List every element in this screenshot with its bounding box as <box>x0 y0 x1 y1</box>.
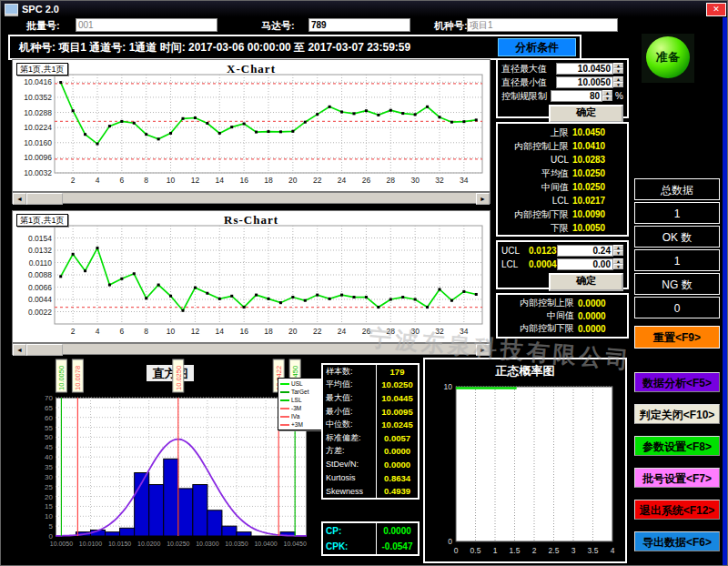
stats-label: CPK: <box>323 539 377 554</box>
batch-input[interactable] <box>76 18 217 32</box>
scrollbar-thumb[interactable] <box>26 344 63 356</box>
param-value: 10.0217 <box>572 196 623 206</box>
value-spinner[interactable]: 0.24▲▼ <box>557 245 623 257</box>
svg-text:10.0288: 10.0288 <box>24 108 52 117</box>
svg-text:22: 22 <box>313 327 322 336</box>
svg-text:0: 0 <box>454 546 459 555</box>
spinner-buttons[interactable]: ▲▼ <box>613 245 623 257</box>
svg-text:2: 2 <box>71 176 76 185</box>
x-chart-title: X-Chart <box>13 62 490 76</box>
machine-input[interactable] <box>467 18 618 32</box>
svg-text:65: 65 <box>45 404 53 412</box>
svg-text:10.0078: 10.0078 <box>74 366 82 390</box>
svg-text:34: 34 <box>460 176 469 185</box>
analysis-condition-button[interactable]: 分析条件 <box>498 38 576 56</box>
spinner-value[interactable]: 80 <box>551 90 602 102</box>
stats-label: Kurtosis <box>323 471 377 485</box>
rs-chart-panel: 0.01540.01320.01100.00880.00660.00440.00… <box>12 210 490 343</box>
action-button[interactable]: 批号设置<F7> <box>634 468 720 488</box>
svg-text:30: 30 <box>45 473 53 481</box>
stats-value: 10.0245 <box>377 419 418 430</box>
scroll-left-icon[interactable]: ◄ <box>13 193 26 205</box>
svg-text:20: 20 <box>45 493 53 501</box>
param-row: 控制规限制80▲▼% <box>501 89 623 103</box>
window-edge-strip <box>723 17 727 565</box>
scroll-left-icon[interactable]: ◄ <box>13 344 26 356</box>
spinner-down-icon[interactable]: ▼ <box>613 264 623 269</box>
ready-button[interactable]: 准备 <box>646 36 690 78</box>
scroll-right-icon[interactable]: ► <box>476 193 490 205</box>
spinner-down-icon[interactable]: ▼ <box>602 96 612 101</box>
rs-chart-title: Rs-Chart <box>13 213 490 227</box>
machine-label: 机种号: <box>434 19 468 33</box>
batch-label: 批量号: <box>26 19 60 33</box>
value-spinner[interactable]: 10.0050▲▼ <box>556 76 623 88</box>
svg-text:32: 32 <box>435 176 444 185</box>
spinner-down-icon[interactable]: ▼ <box>613 68 623 74</box>
param-row: LCL0.00040.00▲▼ <box>501 258 623 271</box>
action-button[interactable]: 参数设置<F8> <box>634 436 720 456</box>
reset-button[interactable]: 重置<F9> <box>634 326 720 349</box>
param-row: 内部控制上限0.0000 <box>501 297 623 309</box>
analysis-info-bar: 机种号: 项目1 通道号: 1通道 时间: 2017-03-06 00:00:0… <box>8 35 581 60</box>
spinner-value[interactable]: 0.24 <box>557 245 613 257</box>
action-button[interactable]: 判定关闭<F10> <box>634 404 720 424</box>
stats-row: CPK:-0.0547 <box>323 539 418 554</box>
svg-text:8: 8 <box>144 327 148 336</box>
param-row: UCL0.01230.24▲▼ <box>501 244 623 258</box>
stats-value: 0.8634 <box>377 473 418 483</box>
motor-input[interactable] <box>308 18 410 32</box>
action-button[interactable]: 退出系统<F12> <box>634 500 720 520</box>
close-button[interactable]: ✕ <box>706 3 726 16</box>
spinner-value[interactable]: 10.0050 <box>556 76 613 88</box>
svg-text:0.0066: 0.0066 <box>28 283 52 292</box>
spinner-buttons[interactable]: ▲▼ <box>613 76 623 88</box>
svg-text:10: 10 <box>167 176 176 185</box>
spinner-buttons[interactable]: ▲▼ <box>613 63 623 75</box>
stats-value: 179 <box>377 367 418 377</box>
rs-chart-scrollbar[interactable]: ◄ ► <box>12 343 490 355</box>
param-row: UCL10.0283 <box>501 153 623 167</box>
confirm-button[interactable]: 确定 <box>549 273 623 291</box>
action-button[interactable]: 数据分析<F5> <box>634 372 720 392</box>
probability-plot: 00.511.522.533.54010 <box>425 379 625 560</box>
action-button[interactable]: 导出数据<F6> <box>634 531 720 551</box>
svg-text:0.0022: 0.0022 <box>28 308 52 317</box>
param-value: 0.0000 <box>578 324 623 334</box>
spinner-buttons[interactable]: ▲▼ <box>613 258 623 270</box>
svg-text:32: 32 <box>435 327 444 336</box>
counter-value: 0 <box>634 297 720 318</box>
value-spinner[interactable]: 0.00▲▼ <box>557 258 623 270</box>
counter-value: 1 <box>634 249 720 271</box>
probability-plot-title: 正态概率图 <box>425 363 625 379</box>
svg-text:10: 10 <box>444 382 453 391</box>
svg-text:10: 10 <box>45 512 53 521</box>
param-label: LCL <box>501 259 529 269</box>
spinner-buttons[interactable]: ▲▼ <box>602 90 612 102</box>
svg-text:12: 12 <box>191 327 200 336</box>
spinner-value[interactable]: 10.0450 <box>556 63 613 75</box>
spinner-down-icon[interactable]: ▼ <box>613 82 623 87</box>
svg-text:0: 0 <box>448 537 452 546</box>
param-label: LCL <box>501 196 572 206</box>
value-spinner[interactable]: 80▲▼ <box>551 90 612 102</box>
value-spinner[interactable]: 10.0450▲▼ <box>556 63 623 75</box>
window-title: SPC 2.0 <box>22 4 59 15</box>
spinner-value[interactable]: 0.00 <box>557 258 613 270</box>
legend-item: +3M <box>280 420 320 429</box>
legend-label: -3M <box>291 404 301 412</box>
svg-text:3: 3 <box>571 546 576 555</box>
x-chart-scrollbar[interactable]: ◄ ► <box>12 192 490 204</box>
svg-text:12: 12 <box>191 176 200 185</box>
param-label: 中间值 <box>501 309 578 322</box>
scrollbar-thumb[interactable] <box>26 193 63 205</box>
confirm-button[interactable]: 确定 <box>549 105 623 123</box>
spinner-down-icon[interactable]: ▼ <box>613 250 623 256</box>
svg-text:18: 18 <box>264 176 273 185</box>
svg-text:28: 28 <box>387 176 396 185</box>
legend-swatch-icon <box>280 424 289 426</box>
scroll-right-icon[interactable]: ► <box>476 344 490 356</box>
param-row: 内部控制上限10.0410 <box>501 139 623 153</box>
stats-row: 中位数:10.0245 <box>323 418 418 431</box>
svg-text:45: 45 <box>45 443 53 451</box>
